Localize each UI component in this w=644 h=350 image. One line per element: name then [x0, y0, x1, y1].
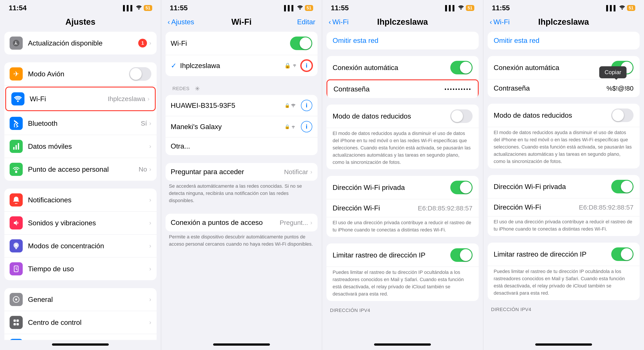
nav-back-wifi[interactable]: ‹ Ajustes: [168, 18, 194, 26]
nav-bar-wifi: ‹ Ajustes Wi-Fi Editar: [161, 14, 322, 32]
home-indicator-2: [213, 343, 270, 346]
nav-back-detail-copy[interactable]: ‹ Wi-Fi: [490, 18, 510, 26]
screentime-chevron: ›: [149, 265, 151, 272]
sound-icon: [10, 216, 23, 230]
wifi-toggle-switch[interactable]: [290, 37, 312, 50]
list-item-wifi[interactable]: Wi-Fi Ihplczeslawa ›: [5, 87, 156, 111]
nav-bar-ajustes: Ajustes: [0, 14, 161, 32]
direccion-wifi-desc-4: El uso de una dirección privada contribu…: [488, 216, 640, 236]
hotspot-connect-chevron: ›: [310, 219, 312, 226]
huawei-row: HUAWEI-B315-93F5: [171, 101, 285, 110]
svg-line-10: [16, 269, 17, 270]
list-item-ask-join[interactable]: Preguntar para acceder Notificar ›: [166, 163, 318, 181]
control-icon: [10, 316, 23, 329]
password-value-4: %$!@!80: [606, 85, 634, 92]
avion-icon: ✈: [10, 67, 23, 81]
update-badge: 1: [138, 39, 147, 48]
hotspot-connect-label: Conexión a puntos de acceso: [171, 219, 280, 227]
avion-toggle[interactable]: [129, 67, 151, 81]
list-item-connected[interactable]: ✓ Ihplczeslawa 🔒 i: [166, 55, 318, 76]
ipv4-section-label-4: DIRECCIÓN IPV4: [488, 307, 640, 314]
wifi-private-card: Dirección Wi-Fi privada Dirección Wi-Fi …: [326, 176, 479, 237]
nav-title-ajustes: Ajustes: [66, 17, 96, 27]
maneki-icons: 🔒: [284, 124, 296, 129]
direccion-wifi-label: Dirección Wi-Fi: [332, 204, 418, 212]
wifi-privada-row: Dirección Wi-Fi privada: [326, 176, 479, 199]
password-row-3[interactable]: Contraseña ••••••••••: [326, 79, 479, 98]
scanning-spinner: ✳: [195, 85, 200, 92]
list-item-hotspot[interactable]: Punto de acceso personal No ›: [4, 158, 156, 181]
nav-action-wifi[interactable]: Editar: [297, 18, 315, 26]
section-hotspot-connect: Conexión a puntos de acceso Pregunt... ›…: [166, 214, 318, 249]
rastreo-card-4: Limitar rastreo de dirección IP Puedes l…: [488, 243, 640, 300]
battery-badge-2: 51: [305, 5, 313, 11]
ipv4-section-label: DIRECCIÓN IPV4: [326, 307, 479, 315]
sound-label: Sonidos y vibraciones: [28, 219, 149, 227]
list-item-tiempo-uso[interactable]: Tiempo de uso ›: [4, 257, 156, 280]
password-value-3: ••••••••••: [444, 86, 472, 92]
status-icons-1: ▌▌▌ 51: [123, 5, 152, 11]
wifi-icon-1: [136, 5, 142, 11]
rastreo-toggle[interactable]: [450, 248, 472, 262]
hotspot-chevron: ›: [149, 166, 151, 173]
password-row-4[interactable]: Copiar Contraseña %$!@!80: [488, 79, 640, 97]
list-item-maneki[interactable]: Maneki's Galaxy 🔒 i: [166, 116, 318, 137]
omit-btn-4[interactable]: Omitir esta red: [488, 32, 640, 49]
svg-rect-14: [16, 320, 19, 322]
datos-label: Datos móviles: [28, 142, 149, 150]
omit-btn[interactable]: Omitir esta red: [326, 32, 479, 49]
list-item-datos[interactable]: Datos móviles ›: [4, 135, 156, 158]
nav-bar-detail-copy: ‹ Wi-Fi Ihplczeslawa: [483, 14, 644, 32]
sound-chevron: ›: [149, 219, 151, 226]
list-item-wifi-toggle[interactable]: Wi-Fi: [166, 32, 318, 55]
list-item-notificaciones[interactable]: Notificaciones ›: [4, 189, 156, 212]
list-item-update[interactable]: Actualización disponible 1 ›: [4, 32, 156, 55]
status-icons-2: ▌▌▌ 51: [284, 5, 313, 11]
section-wifi-toggle: Wi-Fi ✓ Ihplczeslawa 🔒 i: [166, 32, 318, 76]
section-networks: REDES ✳ HUAWEI-B315-93F5 🔒 i: [166, 84, 318, 155]
hotspot-label: Punto de acceso personal: [28, 165, 139, 173]
list-item-huawei[interactable]: HUAWEI-B315-93F5 🔒 i: [166, 95, 318, 116]
auto-connect-toggle[interactable]: [450, 61, 472, 74]
list-item-otra[interactable]: Otra...: [166, 137, 318, 155]
datos-reducidos-desc: El modo de datos reducidos ayuda a dismi…: [326, 128, 479, 169]
back-label-detail-copy: Wi-Fi: [493, 18, 510, 26]
update-chevron: ›: [149, 40, 151, 47]
list-item-pantalla[interactable]: Pantalla y brillo ›: [4, 334, 156, 340]
datos-reducidos-toggle-4[interactable]: [611, 108, 634, 122]
datos-icon: [10, 140, 23, 153]
avion-label: Modo Avión: [28, 70, 129, 78]
datos-reducidos-row: Modo de datos reducidos: [326, 105, 479, 128]
connected-info-btn[interactable]: i: [301, 60, 312, 71]
nav-back-detail[interactable]: ‹ Wi-Fi: [329, 18, 348, 26]
direccion-wifi-row: Dirección Wi-Fi E6:D8:85:92:88:57: [326, 199, 479, 217]
huawei-name: HUAWEI-B315-93F5: [171, 101, 285, 110]
list-item-modo-avion[interactable]: ✈ Modo Avión: [4, 62, 156, 86]
wifi-privada-toggle-4[interactable]: [611, 180, 634, 193]
rastreo-row-4: Limitar rastreo de dirección IP: [488, 243, 640, 266]
list-item-hotspot-connect[interactable]: Conexión a puntos de acceso Pregunt... ›: [166, 214, 318, 231]
datos-reducidos-desc-4: El modo de datos reducidos ayuda a dismi…: [488, 127, 640, 168]
copy-popup[interactable]: Copiar: [599, 66, 626, 78]
screentime-icon: [10, 262, 23, 275]
general-chevron: ›: [149, 296, 151, 303]
hotspot-icon: [10, 163, 23, 176]
wifi-label: Wi-Fi: [30, 95, 108, 103]
huawei-info-btn[interactable]: i: [301, 100, 312, 111]
maneki-info-btn[interactable]: i: [301, 121, 312, 132]
settings-list-ajustes: Actualización disponible 1 › ✈ Modo Avió…: [0, 32, 161, 340]
rastreo-toggle-4[interactable]: [611, 247, 634, 261]
list-item-centro-control[interactable]: Centro de control ›: [4, 311, 156, 334]
section-network: ✈ Modo Avión Wi-Fi Ihplczeslawa ›: [4, 62, 156, 181]
list-item-sonidos[interactable]: Sonidos y vibraciones ›: [4, 212, 156, 235]
datos-reducidos-toggle[interactable]: [450, 109, 472, 123]
list-item-concentracion[interactable]: Modos de concentración ›: [4, 235, 156, 257]
wifi-icon-4: [619, 5, 625, 11]
home-indicator-1: [52, 343, 109, 346]
wifi-privada-toggle[interactable]: [450, 181, 472, 194]
signal-icon-1: ▌▌▌: [123, 5, 134, 11]
status-icons-4: ▌▌▌ 51: [606, 5, 635, 11]
list-item-bluetooth[interactable]: Bluetooth Sí ›: [4, 112, 156, 135]
list-item-general[interactable]: General ›: [4, 288, 156, 311]
networks-card: HUAWEI-B315-93F5 🔒 i Maneki's Galaxy 🔒: [166, 95, 318, 155]
